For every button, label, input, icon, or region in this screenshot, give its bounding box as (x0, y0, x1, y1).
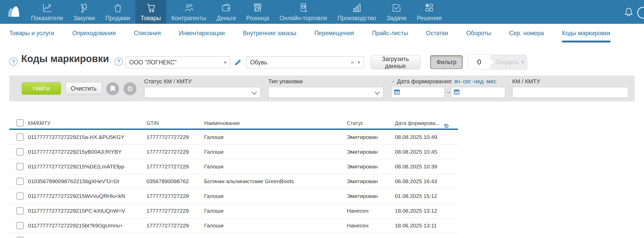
nav-item-roznica[interactable]: Розница (241, 0, 274, 24)
date-from-input[interactable] (402, 89, 442, 96)
tab-oprihodovaniya[interactable]: Оприходования (72, 24, 116, 42)
nav-label: Решения (417, 15, 442, 22)
clear-button[interactable]: Очистить (66, 82, 102, 95)
column-header-gtin[interactable]: GTIN (147, 120, 159, 126)
load-data-button[interactable]: Загрузить данные (371, 55, 420, 69)
product-filter-value: Обувь (250, 59, 350, 66)
filter-button[interactable]: Фильтр (430, 55, 463, 69)
nav-label: Продажи (105, 15, 130, 22)
tab-label: Перемещения (315, 30, 354, 37)
find-button[interactable]: Найти (22, 82, 61, 95)
row-checkbox[interactable] (17, 148, 24, 155)
tab-tovary-i-uslugi[interactable]: Товары и услуги (9, 24, 54, 42)
row-checkbox[interactable] (17, 163, 24, 170)
tab-label: Прайс-листы (372, 30, 408, 37)
organization-select[interactable]: ООО "ЛОГНЕКС" ▾ (125, 56, 230, 68)
tab-oboroty[interactable]: Обороты (466, 24, 491, 42)
nav-item-dengi[interactable]: Деньги (211, 0, 241, 24)
notifications-bell-icon[interactable] (623, 6, 634, 17)
tab-ser-nomera[interactable]: Сер. номера (509, 24, 544, 42)
nav-item-zadachi[interactable]: Задачи (381, 0, 412, 24)
marking-codes-table: КМ/КМТУ GTIN Наименование Статус Дата фо… (9, 118, 458, 238)
select-all-checkbox[interactable] (17, 119, 24, 127)
row-checkbox[interactable] (17, 207, 24, 214)
shortcut-yesterday[interactable]: вч (454, 78, 460, 85)
table-row[interactable]: 0117777727727229215bt?k9OgUmnu+ 17777727… (9, 218, 458, 233)
column-header-date[interactable]: Дата формирова... (395, 120, 440, 126)
row-checkbox[interactable] (17, 178, 24, 185)
tab-peremeshcheniya[interactable]: Перемещения (315, 24, 354, 42)
solutions-icon (424, 2, 435, 13)
nav-item-prodazhi[interactable]: Продажи (100, 0, 135, 24)
purchases-icon (79, 2, 90, 13)
table-row[interactable]: 0103567890098762215bgXHeV'fJ=Dr 03567890… (9, 174, 458, 189)
created-date: 08.08.2025 10:45 (395, 149, 437, 155)
row-checkbox[interactable] (17, 133, 24, 141)
moysklad-logo-icon (5, 4, 21, 20)
row-checkbox[interactable] (17, 222, 24, 229)
chart-icon (41, 2, 53, 13)
edit-pencil-icon[interactable] (234, 58, 242, 66)
filter-settings-gear-icon[interactable]: ⚙ (124, 82, 136, 95)
nav-item-onlain-torgovlya[interactable]: Онлайн-торговля (274, 0, 332, 24)
tab-inventarizacii[interactable]: Инвентаризации (179, 24, 225, 42)
date-shortcuts: вч·сег·нед·мес (454, 78, 496, 85)
nav-item-tovary[interactable]: Товары (135, 0, 166, 24)
table-row[interactable]: 0117777727727229215WvVuQRHlu<kN 17777727… (9, 189, 458, 204)
nav-item-pokazateli[interactable]: Показатели (26, 0, 68, 24)
clear-filter-icon[interactable]: × (350, 58, 354, 66)
product-name: Галоши (204, 193, 224, 199)
column-header-name[interactable]: Наименование (204, 120, 240, 126)
shortcut-today[interactable]: сег (463, 78, 471, 85)
create-button[interactable]: Создать ▾ (490, 55, 527, 69)
tab-ostatki[interactable]: Остатки (426, 24, 448, 42)
org-help-icon[interactable]: ? (114, 57, 123, 66)
nav-label: Онлайн-торговля (280, 15, 327, 22)
nav-item-zakupki[interactable]: Закупки (68, 0, 100, 24)
nav-label: Производство (338, 15, 376, 22)
tab-label: Внутренние заказы (243, 30, 296, 37)
km-code: 0117777727727229215yB00A3;RIYBY (28, 149, 122, 155)
page-help-icon[interactable]: ? (9, 57, 18, 66)
gtin: 17777727727229 (147, 222, 189, 229)
production-icon (351, 2, 363, 13)
nav-item-resheniya[interactable]: Решения (412, 0, 447, 24)
table-row[interactable]: 0117777727727229215%DE(LmATEfpp 17777727… (9, 159, 458, 174)
product-filter-select[interactable]: Обувь × ▾ (246, 56, 364, 68)
table-row[interactable]: 0117777727727229215)iXYEcMkqMhy 17777727… (9, 233, 458, 238)
status-filter-select[interactable] (144, 87, 260, 98)
table-row[interactable]: 0117777727727229215yB00A3;RIYBY 17777727… (9, 145, 458, 159)
tab-prais-listy[interactable]: Прайс-листы (372, 24, 408, 42)
tab-label: Коды маркировки (562, 30, 610, 37)
bookmark-icon[interactable] (106, 82, 119, 95)
code-filter-input[interactable] (512, 87, 628, 98)
calendar-icon[interactable] (394, 88, 400, 96)
nav-item-kontragenty[interactable]: Контрагенты (166, 0, 211, 24)
app-logo[interactable] (0, 0, 26, 24)
packaging-filter-select[interactable] (268, 87, 384, 98)
goods-cart-icon (145, 2, 156, 13)
chevron-down-icon: ▾ (521, 59, 524, 66)
created-date: 06.08.2025 16:43 (395, 178, 437, 184)
table-row[interactable]: 0117777727727229215a-HX.&PU5KGY 17777727… (9, 130, 458, 145)
tab-kody-markirovki[interactable]: Коды маркировки (562, 24, 610, 42)
row-checkbox[interactable] (17, 192, 24, 200)
row-checkbox[interactable] (17, 237, 24, 238)
column-header-code[interactable]: КМ/КМТУ (28, 120, 50, 126)
status: Эмитирован (347, 193, 378, 199)
shortcut-week[interactable]: нед (474, 78, 484, 85)
tab-label: Оприходования (72, 30, 116, 37)
tab-spisaniya[interactable]: Списания (134, 24, 161, 42)
nav-item-proizvodstvo[interactable]: Производство (332, 0, 381, 24)
status: Эмитирован (347, 134, 378, 140)
column-header-status[interactable]: Статус (347, 120, 363, 126)
tab-vnutrennie-zakazy[interactable]: Внутренние заказы (243, 24, 296, 42)
shortcut-month[interactable]: мес (486, 78, 496, 85)
calendar-icon[interactable] (453, 88, 460, 96)
online-trade-icon (298, 2, 309, 13)
gtin: 17777727727229 (147, 163, 189, 170)
table-row[interactable]: 0117777727727229215PC-kXtUQnW=V 17777727… (9, 204, 458, 218)
km-code: 0117777727727229215%DE(LmATEfpp (28, 163, 124, 170)
date-to-input[interactable] (462, 89, 503, 96)
km-code: 0117777727727229215WvVuQRHlu<kN (28, 193, 125, 199)
